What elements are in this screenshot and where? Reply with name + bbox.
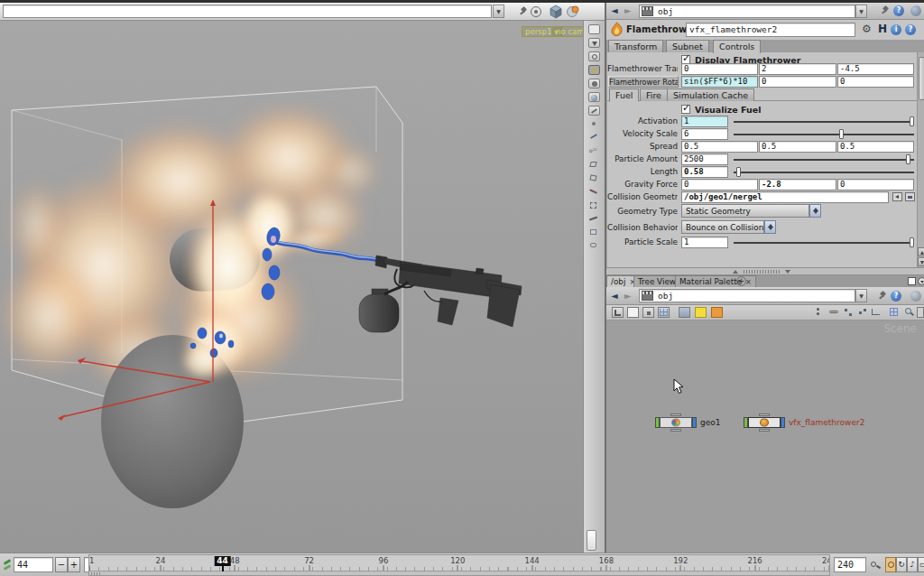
scroll-down-icon[interactable]: [918, 257, 924, 266]
grid-view-icon[interactable]: [658, 307, 670, 318]
divider-grip[interactable]: [744, 270, 780, 274]
timeline-ruler[interactable]: 44 124487296120144168192216240: [88, 554, 830, 576]
background-image-icon[interactable]: [679, 307, 690, 318]
spread-y-field[interactable]: 0.5: [759, 141, 836, 153]
viewport-tool-icon[interactable]: [588, 79, 600, 88]
viewport-tool-icon[interactable]: [588, 187, 600, 197]
viewport-tool-icon[interactable]: [588, 92, 600, 102]
pin-icon[interactable]: [877, 291, 886, 302]
viewport-tool-icon[interactable]: [588, 214, 600, 224]
timeline-range-bar[interactable]: [89, 571, 829, 575]
gravity-x-field[interactable]: 0: [681, 179, 758, 190]
node-render-flag[interactable]: [781, 417, 785, 428]
tab-transform[interactable]: Transform: [608, 40, 663, 52]
tab-fire[interactable]: Fire: [640, 88, 668, 101]
slider-handle[interactable]: [910, 237, 914, 247]
collision-behavior-dropdown[interactable]: Bounce on Collision: [681, 220, 764, 234]
viewport-path-dropdown-icon[interactable]: ▼: [493, 5, 504, 18]
tab-fuel[interactable]: Fuel: [609, 88, 639, 102]
translate-x-field[interactable]: 0: [681, 63, 758, 75]
forward-icon[interactable]: ►: [624, 4, 632, 17]
network-canvas[interactable]: Scene geo1 vfx_flamethrower2: [606, 321, 924, 553]
node-body[interactable]: [748, 417, 781, 428]
slider-handle[interactable]: [906, 154, 910, 164]
op-jump-icon[interactable]: [892, 192, 902, 201]
gear-icon[interactable]: ⚙: [862, 23, 872, 35]
tab-close-icon[interactable]: ×: [745, 278, 752, 286]
pane-link-icon[interactable]: [917, 307, 924, 318]
node-input-stub[interactable]: [759, 413, 770, 416]
viewport-tool-icon[interactable]: [588, 24, 600, 34]
vertical-layout-icon[interactable]: [812, 307, 824, 318]
viewport-tool-icon[interactable]: [588, 160, 600, 170]
magnify-icon[interactable]: [904, 307, 916, 318]
playhead[interactable]: [222, 566, 224, 571]
pane-divider[interactable]: [606, 267, 924, 275]
frame-decrement-button[interactable]: −: [55, 557, 68, 572]
rotate-z-field[interactable]: 0: [837, 76, 914, 88]
spread-z-field[interactable]: 0.5: [837, 141, 914, 153]
node-output-stub[interactable]: [670, 429, 681, 432]
viewport-tool-icon[interactable]: [588, 241, 600, 251]
particle-scale-field[interactable]: 1: [681, 237, 728, 248]
rotate-label-box[interactable]: Flamethrower Rotate: [608, 76, 679, 88]
viewport-tool-icon[interactable]: [588, 119, 600, 129]
audio-toggle-button[interactable]: ♪: [907, 557, 918, 572]
connect-nodes-icon[interactable]: [871, 307, 882, 318]
tab-controls[interactable]: Controls: [713, 40, 761, 53]
scroll-up-icon[interactable]: [918, 247, 924, 256]
collision-geometry-field[interactable]: /obj/geo1/nergel: [681, 191, 889, 203]
pin-icon[interactable]: [880, 5, 889, 16]
activation-field[interactable]: 1: [681, 116, 728, 127]
geometry-type-spin-icon[interactable]: [809, 204, 821, 218]
display-options-icon[interactable]: [566, 5, 580, 19]
flipbook-button[interactable]: ▭: [918, 557, 924, 572]
spread-x-field[interactable]: 0.5: [681, 141, 758, 153]
help-icon[interactable]: ?: [905, 24, 916, 35]
collision-behavior-spin-icon[interactable]: [764, 220, 776, 234]
divider-up-icon[interactable]: [733, 270, 738, 274]
particle-amount-slider[interactable]: [734, 153, 914, 165]
slider-handle[interactable]: [839, 129, 844, 139]
frame-increment-button[interactable]: +: [68, 557, 80, 572]
snapshot-icon[interactable]: [910, 291, 921, 302]
length-slider[interactable]: [734, 166, 914, 178]
viewport-canvas[interactable]: persp1 ▼ no cam ▼: [0, 21, 583, 553]
node-body[interactable]: [660, 417, 692, 428]
node-geo1[interactable]: geo1: [655, 415, 697, 430]
snap-grid-icon[interactable]: [889, 307, 901, 318]
node-name-field[interactable]: vfx_flamethrower2: [686, 23, 855, 37]
activation-slider[interactable]: [734, 116, 914, 127]
current-frame-marker[interactable]: 44: [214, 556, 231, 566]
help-icon[interactable]: ?: [891, 291, 901, 302]
particle-scale-slider[interactable]: [734, 237, 914, 248]
viewport-tool-icon[interactable]: [588, 38, 600, 48]
radial-menu-icon[interactable]: [531, 6, 541, 17]
gravity-z-field[interactable]: 0: [837, 179, 914, 190]
sticky-note-icon[interactable]: [695, 307, 707, 318]
viewport-tool-icon[interactable]: [588, 51, 600, 61]
node-output-stub[interactable]: [759, 429, 770, 432]
translate-y-field[interactable]: 2: [759, 63, 836, 75]
realtime-toggle-button[interactable]: [885, 557, 896, 572]
maximize-pane-icon[interactable]: [908, 277, 916, 285]
link-icon[interactable]: [910, 5, 921, 16]
viewport-tool-icon[interactable]: [588, 200, 600, 210]
add-tab-icon[interactable]: +: [736, 276, 746, 286]
velocity-scale-slider[interactable]: [734, 128, 914, 140]
rotate-y-field[interactable]: 0: [759, 76, 836, 88]
network-path-field[interactable]: obj: [639, 289, 855, 302]
range-grip[interactable]: [91, 572, 100, 575]
network-path-dropdown-icon[interactable]: ▼: [855, 289, 867, 302]
back-icon[interactable]: ◄: [611, 4, 618, 17]
tab-simulation-cache[interactable]: Simulation Cache: [667, 88, 754, 101]
slider-handle[interactable]: [736, 167, 741, 177]
divider-down-icon[interactable]: [785, 270, 790, 274]
length-field[interactable]: 0.58: [681, 166, 728, 178]
node-vfx-flamethrower2[interactable]: vfx_flamethrower2: [744, 415, 785, 430]
translate-z-field[interactable]: -4.5: [837, 63, 914, 75]
pane-menu-icon[interactable]: [918, 277, 924, 285]
param-path-field[interactable]: obj: [639, 5, 855, 18]
viewport-tool-icon[interactable]: [588, 65, 600, 75]
viewport-tool-icon[interactable]: [588, 133, 600, 143]
